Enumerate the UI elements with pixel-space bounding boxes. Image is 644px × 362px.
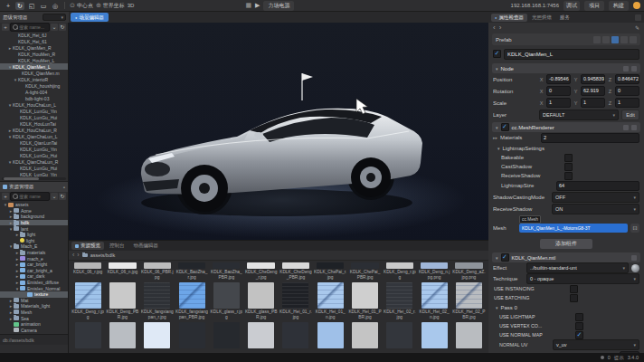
mode-3d-toggle[interactable]: 3D: [128, 3, 135, 8]
refresh-icon[interactable]: ↻: [59, 24, 66, 31]
expand-arrow-icon[interactable]: ▸: [493, 135, 497, 140]
hierarchy-node[interactable]: KDLK_HouChaLun_L: [0, 101, 68, 108]
history-back-icon[interactable]: ‹: [493, 24, 496, 32]
build-button[interactable]: 构建: [609, 1, 629, 11]
notification-icon[interactable]: [601, 356, 604, 359]
pass-header[interactable]: ▾ Pass 0: [488, 302, 644, 312]
run-target-select[interactable]: 力场电源: [263, 1, 294, 11]
project-button[interactable]: 项目: [584, 1, 604, 11]
tab-inspector[interactable]: ●属性检查器: [491, 14, 527, 22]
asset-thumbnail[interactable]: KDLK_fangxiangpan_PBR.jpg: [175, 281, 209, 320]
rotation-y-field[interactable]: 62.919: [581, 86, 605, 96]
world-tool-icon[interactable]: ◎: [51, 2, 60, 10]
material-preview-sphere[interactable]: [631, 264, 639, 272]
rotation-x-field[interactable]: 0: [546, 86, 571, 96]
asset-thumbnail[interactable]: [175, 320, 209, 348]
hierarchy-node[interactable]: bdb-light-03: [0, 95, 68, 101]
effect-select[interactable]: ../builtin-standard-unt: [526, 262, 629, 273]
copy-icon[interactable]: [623, 125, 629, 130]
asset-node[interactable]: Mesh: [0, 310, 68, 316]
move-tool-icon[interactable]: +: [4, 2, 13, 10]
lightmapsize-field[interactable]: 64: [556, 181, 639, 191]
play-icon[interactable]: ▶: [255, 2, 260, 9]
lightmap-settings-header[interactable]: ▾ LightmapSettings: [488, 143, 644, 153]
rotation-z-field[interactable]: 0: [615, 86, 639, 96]
asset-node[interactable]: materials: [0, 250, 68, 256]
hierarchy-node[interactable]: KDLK_LunGu_Hui: [0, 114, 68, 120]
asset-node[interactable]: bdlk: [0, 220, 68, 226]
gear-icon[interactable]: [631, 255, 637, 261]
materials-count-field[interactable]: 2: [541, 133, 639, 143]
hierarchy-node[interactable]: KDLK_LunGu_Hui: [0, 165, 68, 171]
coord-toggle[interactable]: ⊕世界坐标: [96, 2, 125, 10]
hierarchy-node[interactable]: KDLK_QianLunTai: [0, 139, 68, 146]
asset-thumbnail[interactable]: [279, 320, 313, 348]
asset-thumbnail[interactable]: KDLK_Deng_aZ.jpg.png: [451, 262, 486, 281]
hierarchy-node[interactable]: KDLK_QianChaLun_R: [0, 158, 68, 165]
tab-asset-preview[interactable]: 资源预览: [71, 242, 104, 250]
scene-viewport[interactable]: [69, 23, 488, 240]
asset-node[interactable]: lant: [0, 225, 68, 232]
create-node-button[interactable]: +: [2, 24, 9, 31]
hierarchy-node[interactable]: KDLK_HouChaLun_R: [0, 127, 68, 133]
scale-y-field[interactable]: 1: [581, 98, 605, 108]
hierarchy-search-input[interactable]: [19, 24, 47, 30]
hierarchy-node[interactable]: KDLK_HouLunTai: [0, 120, 68, 127]
asset-thumbnail[interactable]: KDLK_Hei_01_n.jpg: [313, 281, 347, 320]
use-normal-map-checkbox[interactable]: [575, 331, 583, 339]
debug-badge[interactable]: 调试: [564, 1, 580, 11]
asset-node[interactable]: Aone: [0, 208, 68, 214]
mesh-asset-field[interactable]: KDLK_QianMen_L_-MotorsG8-3T: [519, 224, 628, 233]
layer-edit-button[interactable]: Edit: [621, 110, 639, 120]
asset-thumbnail[interactable]: [209, 320, 243, 348]
asset-node[interactable]: Emislex_Normal: [0, 285, 68, 291]
hierarchy-node[interactable]: KDLK_HouMen_L: [0, 57, 68, 63]
collapse-icon[interactable]: ⌄: [51, 193, 58, 200]
forward-icon[interactable]: ›: [77, 252, 79, 259]
back-icon[interactable]: ‹: [72, 252, 74, 259]
notification-label[interactable]: 提示: [614, 355, 624, 361]
tab-console[interactable]: 控制台: [106, 242, 128, 250]
hierarchy-search[interactable]: [10, 23, 50, 32]
asset-node[interactable]: Sea: [0, 315, 68, 321]
expand-all-icon[interactable]: ⌄: [51, 24, 58, 31]
hierarchy-node[interactable]: KDLK_LunGu_Yin: [0, 108, 68, 114]
prefab-button-4[interactable]: [620, 36, 628, 43]
prefab-button-2[interactable]: [602, 36, 610, 43]
asset-node[interactable]: light: [0, 232, 68, 238]
position-x-field[interactable]: -0.89546: [546, 74, 571, 84]
asset-node[interactable]: Camera: [0, 327, 68, 333]
tab-scene[interactable]: ● 场景编辑器: [71, 13, 109, 22]
assets-search-input[interactable]: [19, 194, 47, 199]
technique-select[interactable]: 0 - opaque: [526, 273, 639, 284]
hierarchy-node[interactable]: KDLK_interioR: [0, 76, 68, 82]
hierarchy-node[interactable]: KDLK_QianMen_L: [0, 63, 68, 70]
asset-thumbnail[interactable]: KDLK_06_PBR.jpg: [140, 262, 175, 281]
tab-lightmap[interactable]: 光照烘焙: [528, 14, 555, 22]
hierarchy-node[interactable]: KDLK_QianChaLun_L: [0, 133, 68, 139]
asset-thumbnail[interactable]: KDLK_CheDeng_PBR.jpg: [279, 262, 313, 281]
scale-z-field[interactable]: 1: [615, 98, 639, 108]
component-enabled-checkbox[interactable]: [501, 123, 509, 131]
asset-node[interactable]: Mat: [0, 298, 68, 304]
asset-thumbnail[interactable]: [105, 320, 139, 348]
gear-icon[interactable]: [631, 66, 637, 71]
rotate-tool-icon[interactable]: ↻: [15, 2, 24, 10]
tab-hierarchy[interactable]: 层级管理器 ▾: [0, 12, 69, 23]
asset-thumbnail[interactable]: KDLK_Hei_02_r.jpg: [383, 281, 417, 320]
gear-icon[interactable]: [631, 125, 637, 130]
asset-thumbnail[interactable]: KDLK_Deng_PBR.jpg: [105, 281, 139, 320]
assets-search[interactable]: [10, 192, 50, 201]
asset-thumbnail[interactable]: KDLK_Hei_01_PBR.jpg: [347, 281, 382, 320]
asset-thumbnail[interactable]: KDLK_fangxiangpan_r.jpg: [140, 281, 175, 320]
scale-tool-icon[interactable]: ◱: [27, 2, 36, 10]
user-avatar[interactable]: [633, 2, 640, 9]
hierarchy-node[interactable]: KDLK_houshijing: [0, 82, 68, 89]
hierarchy-filter-select[interactable]: ▾: [43, 14, 66, 21]
receiveshadow-checkbox[interactable]: [564, 172, 573, 180]
receiveshadow-select[interactable]: ON: [552, 204, 639, 214]
castshadow-checkbox[interactable]: [564, 163, 573, 171]
hierarchy-node[interactable]: KDLK_Hei_6J: [0, 32, 68, 38]
use-batching-checkbox[interactable]: [570, 294, 578, 302]
asset-thumbnail[interactable]: [313, 320, 347, 348]
